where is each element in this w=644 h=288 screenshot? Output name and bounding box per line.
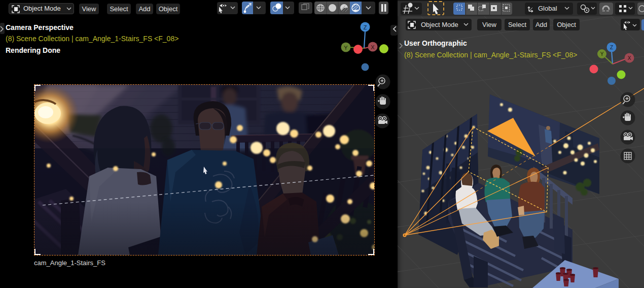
svg-text:Z: Z [364, 24, 367, 30]
svg-text:X: X [371, 44, 375, 50]
svg-text:Y: Y [344, 45, 348, 51]
